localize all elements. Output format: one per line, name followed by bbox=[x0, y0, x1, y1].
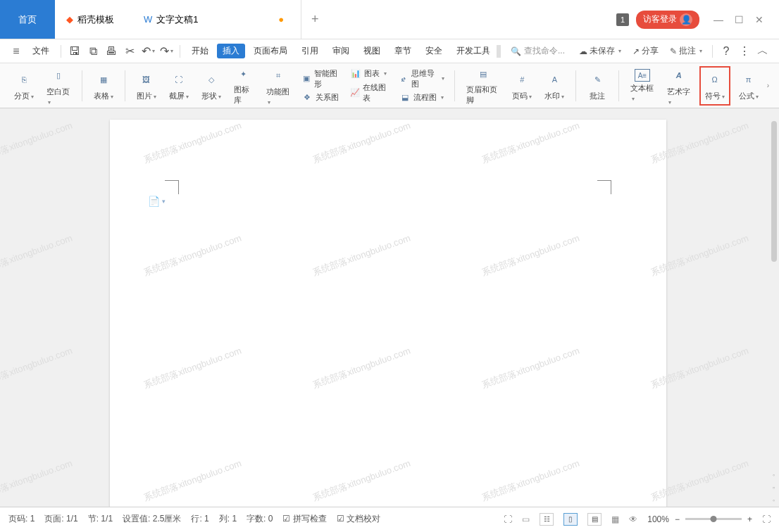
ribbon-screenshot[interactable]: ⛶截屏▾ bbox=[165, 66, 193, 106]
tab-home[interactable]: 首页 bbox=[0, 0, 55, 39]
save-icon[interactable]: 🖫 bbox=[67, 44, 82, 59]
tab-docer[interactable]: ◆ 稻壳模板 bbox=[55, 0, 132, 39]
ribbon-online-chart[interactable]: 📈在线图表 bbox=[350, 82, 389, 103]
menu-start[interactable]: 开始 bbox=[186, 44, 214, 58]
ribbon-textbox[interactable]: A≡文本框▾ bbox=[626, 66, 659, 106]
smartshapes-icon: ▣ bbox=[301, 73, 311, 84]
eye-icon[interactable]: 👁 bbox=[629, 514, 637, 524]
command-search[interactable]: 🔍 查找命令... bbox=[511, 45, 565, 57]
ribbon-symbol[interactable]: Ω符号▾ bbox=[699, 66, 730, 106]
notification-badge[interactable]: 1 bbox=[616, 13, 629, 26]
menu-security[interactable]: 安全 bbox=[420, 44, 448, 58]
close-icon[interactable]: ✕ bbox=[755, 14, 764, 25]
ribbon-blank-page[interactable]: ▯空白页▾ bbox=[42, 66, 75, 106]
ribbon-smart-shapes[interactable]: ▣智能图形 bbox=[301, 68, 340, 89]
status-page[interactable]: 页面: 1/1 bbox=[44, 513, 77, 525]
paragraph-options-icon[interactable]: 📄▾ bbox=[148, 196, 166, 207]
status-line[interactable]: 行: 1 bbox=[191, 513, 208, 525]
search-icon: 🔍 bbox=[511, 46, 521, 56]
minimize-icon[interactable]: — bbox=[713, 14, 723, 25]
menu-references[interactable]: 引用 bbox=[296, 44, 324, 58]
view-outline-button[interactable]: ☷ bbox=[540, 513, 554, 526]
ribbon-icons[interactable]: ✦图标库 bbox=[230, 66, 258, 106]
ribbon-smartart[interactable]: ⌗功能图▾ bbox=[262, 66, 294, 106]
modified-indicator: ● bbox=[278, 14, 284, 25]
status-char-count[interactable]: 字数: 0 bbox=[247, 513, 273, 525]
menu-devtools[interactable]: 开发工具 bbox=[451, 44, 496, 58]
status-spellcheck[interactable]: ☑ 拼写检查 bbox=[282, 513, 326, 525]
menu-view[interactable]: 视图 bbox=[358, 44, 386, 58]
status-column[interactable]: 列: 1 bbox=[219, 513, 237, 525]
view-page-button[interactable]: ▯ bbox=[563, 513, 578, 526]
share-icon: ↗ bbox=[632, 46, 640, 56]
document-page[interactable]: 📄▾ bbox=[110, 120, 666, 507]
add-tab-button[interactable]: + bbox=[301, 0, 329, 39]
print-preview-icon[interactable]: ⧉ bbox=[85, 44, 101, 59]
ribbon-comment[interactable]: ✎批注 bbox=[583, 66, 611, 106]
ribbon-wordart[interactable]: A艺术字▾ bbox=[663, 66, 695, 106]
share-button[interactable]: ↗分享 bbox=[628, 45, 663, 57]
ribbon-page-number[interactable]: #页码▾ bbox=[508, 66, 536, 106]
proofing-icon: ☑ bbox=[337, 514, 344, 524]
ribbon-chart[interactable]: 📊图表▾ bbox=[350, 68, 389, 80]
help-icon[interactable]: ? bbox=[718, 44, 734, 59]
status-page-number[interactable]: 页码: 1 bbox=[8, 513, 35, 525]
undo-icon[interactable]: ↶▾ bbox=[140, 44, 156, 59]
avatar-icon: 👤 bbox=[680, 13, 692, 26]
view-web-button[interactable]: ▤ bbox=[587, 513, 602, 526]
zoom-out-button[interactable]: − bbox=[675, 514, 680, 524]
ribbon-shapes[interactable]: ◇形状▾ bbox=[197, 66, 225, 106]
ribbon-header-footer[interactable]: ▤页眉和页脚 bbox=[462, 66, 504, 106]
nav-dot[interactable]: ◦ bbox=[773, 471, 775, 479]
flowchart-icon: ⬓ bbox=[399, 92, 411, 103]
menu-section[interactable]: 章节 bbox=[389, 44, 417, 58]
ribbon-mindmap[interactable]: ⸙思维导图▾ bbox=[399, 68, 444, 89]
iconlib-icon: ✦ bbox=[234, 66, 254, 83]
nav-dot[interactable]: ◦ bbox=[773, 497, 775, 504]
ribbon-table[interactable]: ▦表格▾ bbox=[89, 66, 118, 106]
status-section[interactable]: 节: 1/1 bbox=[88, 513, 113, 525]
menu-file[interactable]: 文件 bbox=[27, 44, 55, 58]
status-proofing[interactable]: ☑ 文档校对 bbox=[337, 513, 380, 525]
redo-icon[interactable]: ↷▾ bbox=[158, 44, 174, 59]
zoom-in-button[interactable]: + bbox=[747, 514, 752, 524]
zoom-slider[interactable] bbox=[685, 518, 742, 520]
ribbon-equation[interactable]: π公式▾ bbox=[735, 66, 763, 106]
status-position[interactable]: 设置值: 2.5厘米 bbox=[123, 513, 181, 525]
section-view-icon[interactable]: ▦ bbox=[611, 514, 619, 524]
collapse-ribbon-icon[interactable]: ︿ bbox=[755, 44, 771, 59]
read-mode-icon[interactable]: ▭ bbox=[522, 514, 530, 524]
login-button[interactable]: 访客登录 👤 bbox=[636, 11, 699, 29]
maximize-icon[interactable]: ☐ bbox=[735, 14, 744, 25]
ribbon-overflow-icon[interactable]: › bbox=[767, 82, 769, 89]
titlebar: 首页 ◆ 稻壳模板 W 文字文稿1 ● + 1 访客登录 👤 — ☐ ✕ bbox=[0, 0, 779, 39]
menu-insert[interactable]: 插入 bbox=[217, 44, 245, 58]
annotation-button[interactable]: ✎批注▾ bbox=[666, 45, 706, 57]
more-icon[interactable]: ⋮ bbox=[737, 44, 752, 59]
unsaved-button[interactable]: ☁未保存▾ bbox=[575, 45, 625, 57]
ribbon-flowchart[interactable]: ⬓流程图▾ bbox=[399, 92, 444, 103]
scrollbar-thumb[interactable] bbox=[771, 121, 777, 262]
menu-review[interactable]: 审阅 bbox=[327, 44, 355, 58]
textbox-icon: A≡ bbox=[635, 69, 650, 82]
docer-icon: ◆ bbox=[66, 14, 73, 25]
menu-hamburger-icon[interactable]: ≡ bbox=[8, 44, 24, 59]
menu-page-layout[interactable]: 页面布局 bbox=[248, 44, 293, 58]
cut-icon[interactable]: ✂ bbox=[122, 44, 137, 59]
ribbon-relation[interactable]: ❖关系图 bbox=[301, 92, 340, 103]
smartart-icon: ⌗ bbox=[268, 66, 288, 85]
ribbon-watermark[interactable]: A水印▾ bbox=[540, 66, 568, 106]
print-icon[interactable]: 🖶 bbox=[104, 44, 119, 59]
zoom-value[interactable]: 100% bbox=[647, 514, 669, 524]
fit-window-icon[interactable]: ⛶ bbox=[762, 514, 771, 524]
document-area: 📄▾ 系统部落xitongbuluo.com 系统部落xitongbuluo.c… bbox=[0, 108, 779, 507]
vertical-scrollbar[interactable] bbox=[771, 111, 778, 505]
margin-corner-tr bbox=[597, 180, 611, 194]
fullscreen-icon[interactable]: ⛶ bbox=[504, 514, 512, 524]
picture-icon: 🖼 bbox=[137, 70, 156, 89]
nav-dot[interactable]: ▫ bbox=[773, 484, 775, 491]
ribbon-picture[interactable]: 🖼图片▾ bbox=[132, 66, 161, 106]
watermark-icon: A bbox=[544, 70, 564, 89]
tab-document[interactable]: W 文字文稿1 ● bbox=[132, 0, 301, 39]
ribbon-page-break[interactable]: ⎘分页▾ bbox=[10, 66, 38, 106]
